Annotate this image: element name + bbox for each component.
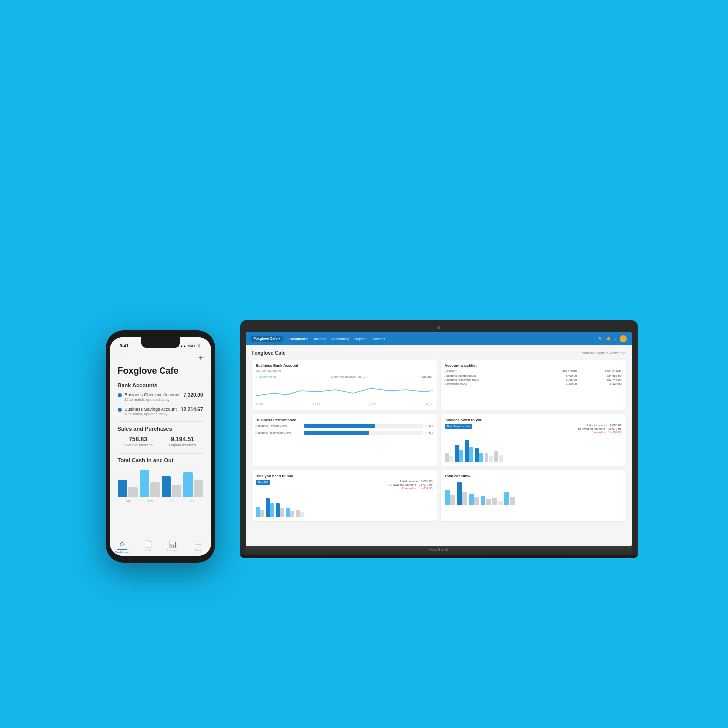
- new-invoice-button[interactable]: New Sales Invoice: [445, 424, 472, 429]
- bank-chart: [256, 381, 433, 401]
- bar-3a: [465, 440, 469, 462]
- phone-bar-label-3: Jun: [161, 499, 182, 503]
- page-title: Foxglove Cafe: [252, 350, 286, 356]
- bar-3b: [469, 447, 473, 462]
- watchlist-row-2: Accounts receivable (610) 5,345.00 432,7…: [445, 378, 622, 382]
- date-4: Aug 6: [425, 403, 432, 406]
- nav-business[interactable]: Business: [313, 337, 326, 341]
- new-bill-button[interactable]: New Bill: [256, 480, 271, 485]
- invoices-header: New Sales Invoice 4 draft invoices 2,058…: [445, 424, 622, 434]
- bar-2a: [455, 445, 459, 462]
- perf-label-1: Accounts Payable Days: [256, 424, 301, 427]
- reconciled-row: Reconciled Statement balance (Jul 17) (1…: [256, 375, 433, 379]
- nav-dashboard[interactable]: Dashboard: [289, 337, 308, 341]
- bell-icon[interactable]: 🔔: [606, 337, 611, 341]
- invoice-stat-amount-2: 18,073.95: [608, 427, 622, 430]
- phone-bank-item-1[interactable]: Business Checking Account 12 to match, u…: [118, 392, 203, 402]
- dashboard-grid: Business Bank Account 300-234-12345678 R…: [252, 360, 626, 521]
- nav-projects[interactable]: Projects: [354, 337, 366, 341]
- nav-contacts[interactable]: Contacts: [371, 337, 385, 341]
- phone-bar-label-4: Jul: [182, 499, 203, 503]
- date-1: Jul 18: [256, 403, 263, 406]
- perf-bar-bg-1: [304, 424, 423, 428]
- phone-nav-accounts[interactable]: 📊 Accounts: [161, 540, 186, 554]
- account-3: Advertising (400): [445, 382, 535, 386]
- phone-sales-grid: 758.83 Overdue Invoices 9,194.51 Unpaid …: [118, 436, 203, 447]
- phone-bar-1a: [118, 480, 127, 497]
- cf-bar-1: [445, 490, 455, 505]
- bills-title: Bills you need to pay: [256, 474, 433, 478]
- phone-bar-2a: [140, 470, 149, 497]
- reconciled-label: Reconciled: [260, 375, 276, 379]
- bank-card-title: Business Bank Account: [256, 364, 433, 368]
- phone-add-button[interactable]: +: [198, 353, 203, 362]
- laptop: Foxglove Cafe ▾ Dashboard Business Accou…: [240, 320, 638, 558]
- nav-accounting[interactable]: Accounting: [331, 337, 349, 341]
- bills-bar-5b: [300, 512, 304, 517]
- laptop-body: Foxglove Cafe ▾ Dashboard Business Accou…: [240, 320, 638, 555]
- user-avatar[interactable]: [620, 335, 627, 342]
- phone-sales-item-2: 9,194.51 Unpaid Invoices: [162, 436, 203, 447]
- month-3: 1,300.00: [535, 382, 577, 386]
- bar-1a: [445, 453, 449, 462]
- cf-bar-4b: [486, 499, 491, 505]
- nav-links: Dashboard Business Accounting Projects C…: [289, 337, 587, 341]
- search-icon[interactable]: 🔍: [598, 337, 603, 341]
- phone-nav-draft[interactable]: 📄 Draft: [135, 540, 161, 554]
- col-account: Account: [445, 369, 535, 374]
- bill-stat-label-2: 14 awaiting payment: [389, 483, 416, 486]
- phone-nav-draft-icon: 📄: [144, 540, 152, 548]
- invoice-stat-amount-3: 14,653.95: [608, 431, 622, 434]
- battery-icon: 🔋: [197, 344, 201, 348]
- phone-bar-group-4: [183, 472, 203, 497]
- phone-nav-more[interactable]: ☰ More: [186, 540, 211, 554]
- bar-5a: [485, 453, 488, 462]
- phone-nav-accounts-label: Accounts: [167, 549, 179, 552]
- cf-bar-4a: [481, 496, 485, 505]
- ytd-2: 432,748.00: [577, 378, 621, 382]
- bar-group-3: [465, 440, 473, 462]
- cf-bar-2b: [462, 492, 467, 505]
- phone-nav-more-icon: ☰: [195, 540, 202, 548]
- plus-icon[interactable]: +: [593, 337, 595, 341]
- phone-bar-group-3: [162, 476, 181, 497]
- bills-bar-3b: [280, 508, 284, 517]
- bills-card: Bills you need to pay New Bill 1 draft i…: [252, 470, 437, 521]
- logo-area[interactable]: Foxglove Cafe ▾: [251, 336, 284, 342]
- help-icon[interactable]: ?: [614, 337, 616, 341]
- perf-row-2: Accounts Receivable Days 1.60: [256, 431, 433, 435]
- invoice-stat-1: 4 draft invoices 2,058.00: [578, 424, 622, 427]
- cf-bar-2: [457, 482, 467, 505]
- logo-text: Foxglove Cafe ▾: [254, 337, 281, 341]
- account-1: Accounts payable (800): [445, 374, 535, 378]
- last-login: Your last login: 2 weeks ago: [582, 351, 626, 355]
- bar-group-6: [494, 451, 503, 462]
- bills-bar-5: [296, 510, 304, 517]
- perf-bar-fill-1: [304, 424, 376, 428]
- laptop-base: [246, 546, 632, 555]
- phone-sales-title: Sales and Purchases: [118, 426, 203, 432]
- nav-bar: Foxglove Cafe ▾ Dashboard Business Accou…: [246, 332, 632, 345]
- bills-bar-1: [256, 507, 264, 517]
- bar-6a: [494, 451, 498, 462]
- phone-nav-dashboard[interactable]: ⊙ Dashboard: [110, 540, 135, 554]
- bills-bar-2a: [266, 498, 270, 517]
- watchlist-row-1: Accounts payable (800) 2,400.00 234,567.…: [445, 374, 622, 378]
- cf-bar-6: [504, 492, 515, 505]
- phone-content: Foxglove Cafe Bank Accounts Business Che…: [110, 366, 211, 503]
- cf-bar-4: [481, 496, 491, 505]
- phone-bottom-nav: ⊙ Dashboard 📄 Draft 📊 Accounts ☰ Mo: [110, 536, 211, 556]
- phone-bar-2b: [150, 482, 160, 497]
- phone-menu-dots[interactable]: ···: [118, 354, 126, 361]
- phone-notch: [141, 337, 180, 348]
- bill-stat-label-3: 11 overdue: [402, 487, 416, 490]
- bill-stat-3: 11 overdue 14,653.95: [389, 487, 433, 490]
- bills-bar-chart: [256, 492, 433, 517]
- phone-sales-amount-2: 9,194.51: [162, 436, 203, 443]
- month-2: 5,345.00: [535, 378, 577, 382]
- perf-value-1: 1.60: [426, 424, 433, 428]
- phone-bank-item-2[interactable]: Business Savings Account 4 to match, upd…: [118, 407, 203, 416]
- cf-bar-2a: [457, 482, 462, 505]
- phone-screen: 9:41 ▲▲▲ WiFi 🔋 ··· + Foxglove Cafe: [110, 337, 211, 556]
- bills-bar-5a: [296, 510, 300, 517]
